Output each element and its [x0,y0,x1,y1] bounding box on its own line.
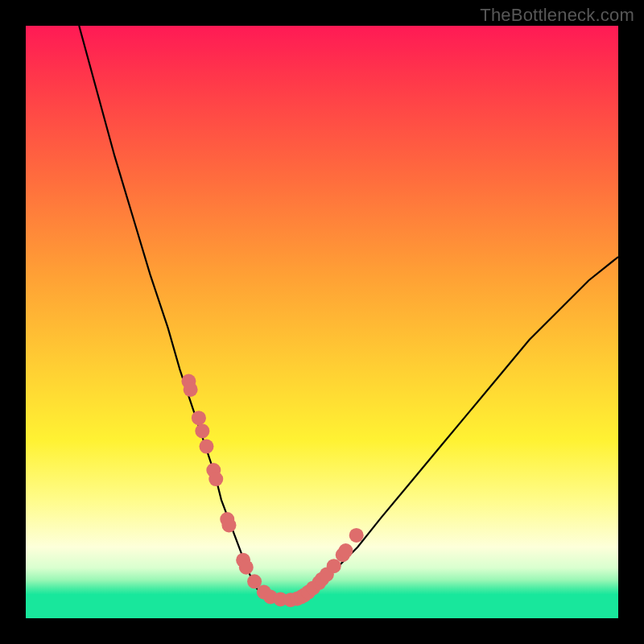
chart-svg-layer [26,26,618,618]
data-marker [195,423,209,438]
data-marker [208,472,223,486]
data-marker [338,543,353,558]
data-marker [239,560,254,575]
data-marker [192,411,206,425]
curve-line [79,26,618,601]
data-marker [221,518,236,532]
data-marker [184,382,198,397]
data-marker [349,528,364,543]
data-marker [199,440,213,454]
watermark-text: TheBottleneck.com [480,5,634,26]
data-marker [327,559,341,573]
plot-area [26,26,618,618]
chart-frame: TheBottleneck.com [0,0,644,644]
data-markers [181,374,363,608]
